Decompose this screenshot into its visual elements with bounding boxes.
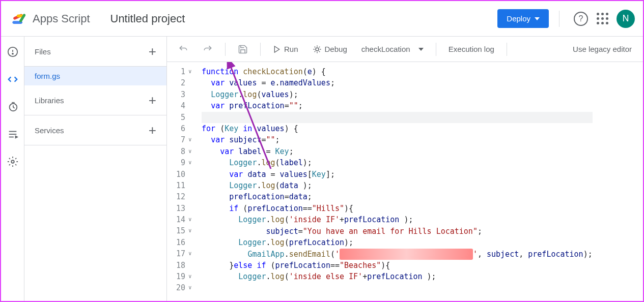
separator xyxy=(260,43,261,56)
debug-label: Debug xyxy=(325,45,347,53)
svg-marker-12 xyxy=(274,46,279,52)
separator xyxy=(507,43,507,56)
deploy-label: Deploy xyxy=(507,14,530,23)
run-label: Run xyxy=(284,45,298,53)
debug-button[interactable]: Debug xyxy=(307,42,352,57)
files-section-header: Files + xyxy=(24,37,166,67)
settings-icon[interactable] xyxy=(7,156,19,168)
svg-point-13 xyxy=(316,48,319,51)
apps-script-logo xyxy=(9,9,29,28)
overview-icon[interactable] xyxy=(7,46,19,58)
services-label: Services xyxy=(35,126,64,135)
account-avatar[interactable]: N xyxy=(617,10,635,28)
separator xyxy=(225,43,226,56)
editor-icon[interactable] xyxy=(7,73,19,85)
svg-point-2 xyxy=(12,53,13,54)
run-button[interactable]: Run xyxy=(268,42,303,56)
svg-line-20 xyxy=(314,51,315,52)
add-file-button[interactable]: + xyxy=(149,45,156,58)
svg-line-16 xyxy=(314,46,315,47)
files-label: Files xyxy=(35,47,51,56)
help-icon[interactable]: ? xyxy=(574,12,588,26)
executions-icon[interactable] xyxy=(7,128,19,140)
line-numbers: 1234567891011121314151617181920 xyxy=(167,62,187,301)
svg-point-11 xyxy=(11,160,14,163)
add-service-button[interactable]: + xyxy=(149,124,156,137)
function-select[interactable]: checkLocation xyxy=(356,42,429,56)
add-library-button[interactable]: + xyxy=(149,94,156,107)
code-content[interactable]: function checkLocation(e) { var values =… xyxy=(199,62,593,301)
fold-column[interactable]: ∨∨∨∨∨∨∨∨∨ xyxy=(187,62,199,301)
app-name: Apps Script xyxy=(33,12,90,25)
execution-log-button[interactable]: Execution log xyxy=(443,42,499,56)
services-section-header: Services + xyxy=(24,115,166,145)
chevron-down-icon xyxy=(535,17,540,20)
code-editor[interactable]: 1234567891011121314151617181920 ∨∨∨∨∨∨∨∨… xyxy=(167,62,643,301)
separator xyxy=(436,43,436,56)
libraries-label: Libraries xyxy=(35,96,64,105)
svg-line-5 xyxy=(13,107,14,108)
undo-button[interactable] xyxy=(173,41,193,57)
chevron-down-icon xyxy=(418,48,424,51)
save-button[interactable] xyxy=(233,41,253,57)
triggers-icon[interactable] xyxy=(7,101,19,113)
file-item[interactable]: form.gs xyxy=(24,67,166,85)
svg-line-17 xyxy=(319,51,320,52)
redo-button[interactable] xyxy=(198,41,218,57)
separator xyxy=(559,11,559,27)
libraries-section-header: Libraries + xyxy=(24,85,166,115)
google-apps-icon[interactable] xyxy=(592,9,612,29)
project-title[interactable]: Untitled project xyxy=(110,12,498,25)
deploy-button[interactable]: Deploy xyxy=(497,9,549,28)
function-name: checkLocation xyxy=(361,45,410,53)
svg-line-21 xyxy=(319,46,320,47)
svg-marker-10 xyxy=(15,136,17,138)
legacy-editor-button[interactable]: Use legacy editor xyxy=(568,42,637,56)
